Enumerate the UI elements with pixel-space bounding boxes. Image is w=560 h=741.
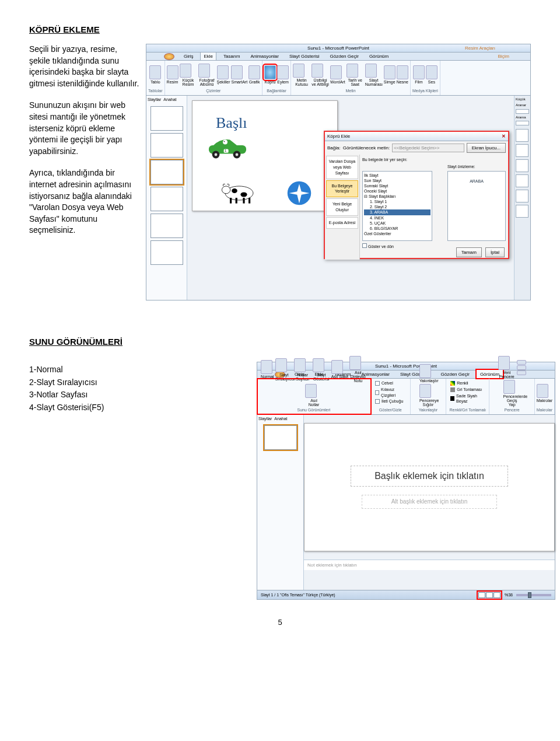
taskpane-search-input[interactable]	[516, 109, 529, 114]
nav-varolan-dosya[interactable]: Varolan Dosya veya Web Sayfası	[326, 156, 358, 179]
tree-label: Bu belgede bir yer seçin:	[362, 157, 506, 163]
film-icon[interactable]	[413, 65, 425, 79]
screenshot-powerpoint-gorunum: Sunu1 - Microsoft PowerPoint Giriş Ekle …	[257, 362, 555, 600]
ribbon-tabs: Giriş Ekle Tasarım Animasyonlar Slayt Gö…	[146, 53, 530, 61]
slide-master-icon[interactable]	[331, 360, 343, 374]
svg-point-16	[222, 186, 230, 194]
tab-bicim[interactable]: Biçim	[494, 52, 513, 60]
tab-gozden-gecir[interactable]: Gözden Geçir	[327, 52, 362, 60]
slide-thumb-1[interactable]	[264, 425, 297, 450]
document-location-tree[interactable]: İlk Slayt Son Slayt Sonraki Slayt Önceki…	[362, 171, 432, 241]
checkbox-ileti[interactable]	[375, 399, 380, 404]
switch-windows-icon[interactable]	[503, 380, 515, 394]
kopru-icon[interactable]	[264, 65, 276, 79]
textbox-icon[interactable]	[293, 64, 304, 78]
tab-giris[interactable]: Giriş	[180, 52, 197, 60]
tree-selected[interactable]: 3. ARABA	[364, 209, 430, 215]
new-window-icon[interactable]	[498, 356, 510, 370]
arrange-icon[interactable]	[517, 360, 526, 365]
action-icon[interactable]	[277, 65, 289, 79]
object-icon[interactable]	[397, 65, 408, 79]
slide-canvas-2[interactable]: Başlık eklemek için tıklatın Alt başlık …	[304, 423, 555, 551]
slide-thumb-5[interactable]	[150, 214, 183, 238]
checkbox-cetvel[interactable]	[375, 381, 380, 386]
datetime-icon[interactable]	[346, 64, 358, 78]
car-clipart: 1	[204, 136, 251, 159]
sorter-view-icon[interactable]	[275, 358, 287, 372]
slide-thumb-4[interactable]	[150, 187, 183, 211]
slide-thumb-1[interactable]	[150, 106, 183, 131]
slideshow-view-icon[interactable]	[313, 358, 324, 372]
notes-master-icon[interactable]	[305, 384, 317, 398]
slide-canvas[interactable]: Başlı 1	[192, 100, 338, 211]
heading-kopru-ekleme: KÖPRÜ EKLEME	[29, 23, 531, 36]
clip-thumb[interactable]	[516, 129, 528, 142]
tamam-button[interactable]: Tamam	[456, 247, 482, 257]
taskpane-search-input2[interactable]	[516, 121, 529, 125]
zoom-icon[interactable]	[419, 364, 431, 378]
slideshow-btn[interactable]	[494, 592, 501, 598]
slide-thumb-2[interactable]	[150, 133, 183, 158]
tab-slayt-gosterisi[interactable]: Slayt Gösterisi	[286, 52, 323, 60]
normal-btn[interactable]	[478, 592, 485, 598]
notes-placeholder[interactable]: Not eklemek için tıklatın	[304, 560, 555, 570]
tab-animasyonlar[interactable]: Animasyonlar	[247, 52, 282, 60]
normal-view-icon[interactable]	[261, 360, 272, 374]
tab-anahat[interactable]: Anahat	[274, 416, 287, 422]
zoom-slider[interactable]	[516, 594, 551, 596]
photo-album-icon[interactable]	[198, 64, 210, 78]
fit-window-icon[interactable]	[419, 384, 431, 398]
macros-icon[interactable]	[537, 384, 548, 398]
chart-icon[interactable]	[249, 65, 260, 79]
ekran-ipucu-button[interactable]: Ekran İpucu...	[467, 143, 506, 153]
checkbox-kilavuz[interactable]	[375, 390, 379, 395]
page-number: 5	[29, 617, 531, 628]
nav-eposta[interactable]: E-posta Adresi	[326, 217, 358, 229]
tab-slaytlar[interactable]: Slaytlar	[148, 97, 161, 103]
checkbox-goster-don[interactable]	[362, 243, 367, 248]
close-icon[interactable]: ✕	[502, 133, 506, 139]
tab-ekle[interactable]: Ekle	[200, 52, 216, 60]
dialog-title: Köprü Ekle	[327, 133, 350, 139]
table-icon[interactable]	[149, 65, 161, 79]
symbol-icon[interactable]	[384, 65, 396, 79]
sorter-btn[interactable]	[486, 592, 493, 598]
image-icon[interactable]	[167, 65, 178, 79]
contextual-tab-label: Resim Araçları	[465, 45, 495, 51]
tab-anahat[interactable]: Anahat	[163, 97, 176, 103]
slide-thumb-3[interactable]	[150, 160, 183, 184]
nav-yeni-belge[interactable]: Yeni Belge Oluştur	[326, 198, 358, 216]
clip-thumb[interactable]	[516, 144, 528, 157]
notes-view-icon[interactable]	[294, 358, 306, 372]
subtitle-placeholder[interactable]: Alt başlık eklemek için tıklatın	[362, 495, 498, 509]
nav-bu-belgeye[interactable]: Bu Belgeye Yerleştir	[326, 180, 358, 198]
tab-tasarim[interactable]: Tasarım	[220, 52, 243, 60]
sound-icon[interactable]	[426, 65, 438, 79]
clip-thumb[interactable]	[516, 190, 528, 202]
handout-master-icon[interactable]	[349, 356, 361, 370]
office-button[interactable]	[164, 53, 174, 60]
title-placeholder[interactable]: Başlık eklemek için tıklatın	[351, 466, 508, 487]
iptal-button[interactable]: İptal	[485, 247, 505, 257]
wordart-icon[interactable]	[330, 65, 342, 79]
headerfooter-icon[interactable]	[312, 64, 323, 78]
svg-rect-12	[230, 198, 232, 204]
clipart-icon[interactable]	[180, 64, 191, 78]
shapes-icon[interactable]	[217, 65, 229, 79]
cascade-icon[interactable]	[517, 365, 526, 370]
tab-slaytlar[interactable]: Slaytlar	[258, 416, 272, 422]
clip-thumb[interactable]	[516, 159, 528, 172]
taskpane-search-label2: Arama	[514, 115, 530, 120]
smartart-icon[interactable]	[231, 65, 243, 79]
svg-point-11	[240, 192, 247, 197]
clip-thumb[interactable]	[516, 174, 528, 187]
slide-thumb-6[interactable]	[150, 240, 183, 265]
list-item-normal: 1-Normal	[29, 364, 140, 376]
clip-thumb[interactable]	[516, 205, 528, 218]
split-icon[interactable]	[517, 370, 526, 375]
svg-rect-14	[243, 198, 244, 204]
taskpane-search-label: Aranar	[514, 103, 530, 107]
tab-gorunum[interactable]: Görünüm	[366, 52, 392, 60]
window-title: Sunu1 - Microsoft PowerPoint	[307, 45, 369, 51]
slideno-icon[interactable]	[365, 64, 377, 78]
